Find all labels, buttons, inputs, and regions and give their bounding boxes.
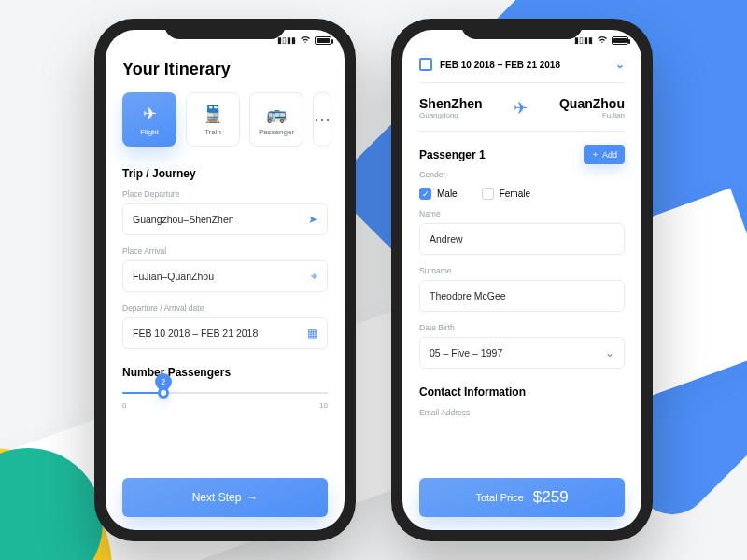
add-label: Add <box>602 150 617 160</box>
page-title: Your Itinerary <box>122 60 328 79</box>
departure-field[interactable]: Guangzhou–ShenZhen ➤ <box>122 203 328 235</box>
date-range-value: FEB 10 2018 – FEB 21 2018 <box>440 60 560 70</box>
locate-icon: ➤ <box>308 213 317 226</box>
slider-thumb[interactable] <box>158 387 169 399</box>
surname-label: Surname <box>419 266 625 275</box>
from-city: ShenZhen Guangdong <box>419 96 483 119</box>
price-value: $259 <box>533 488 569 507</box>
name-label: Name <box>419 209 625 218</box>
tab-flight[interactable]: ✈ Flight <box>122 92 176 147</box>
checkbox-unchecked-icon <box>482 188 494 200</box>
chevron-down-icon: ⌄ <box>605 346 614 359</box>
plus-icon: ＋ <box>591 148 599 161</box>
checkbox-checked-icon: ✓ <box>419 188 431 200</box>
dob-field[interactable]: 05 – Five – 1997 ⌄ <box>419 337 625 369</box>
date-range-selector[interactable]: FEB 10 2018 – FEB 21 2018 ⌄ <box>419 50 625 83</box>
signal-icon: ▮▯▮▮ <box>574 35 593 45</box>
departure-label: Place Departure <box>122 189 328 199</box>
phone-mockup-passenger: ▮▯▮▮ FEB 10 2018 – FEB 21 2018 ⌄ ShenZh <box>391 19 653 541</box>
arrow-right-icon: → <box>247 491 258 504</box>
arrival-label: Place Arrival <box>122 246 328 256</box>
surname-field[interactable]: Theodore McGee <box>419 280 625 312</box>
battery-icon <box>612 36 628 45</box>
to-city: QuanZhou FuJian <box>559 96 625 119</box>
pin-icon: ⌖ <box>311 270 317 283</box>
wifi-icon <box>300 35 311 46</box>
signal-icon: ▮▯▮▮ <box>277 35 296 45</box>
gender-male-option[interactable]: ✓ Male <box>419 188 458 200</box>
add-passenger-button[interactable]: ＋ Add <box>584 145 625 164</box>
tab-label: Passenger <box>259 128 294 136</box>
train-icon: 🚆 <box>203 104 223 124</box>
tab-label: Train <box>204 128 221 136</box>
price-label: Total Price <box>475 492 523 503</box>
plane-icon: ✈ <box>143 104 157 124</box>
name-value: Andrew <box>430 233 463 245</box>
arrival-value: FuJian–QuanZhou <box>133 271 214 282</box>
phone-mockup-itinerary: ▮▯▮▮ Your Itinerary ✈ Flight 🚆 Train <box>94 19 356 541</box>
device-notch <box>164 19 286 39</box>
tab-passenger[interactable]: 🚌 Passenger <box>249 92 303 147</box>
cta-label: Next Step <box>192 491 242 504</box>
battery-icon <box>315 36 331 45</box>
section-passengers: Number Passengers <box>122 366 328 379</box>
generic-icon: ⋯ <box>314 109 331 130</box>
next-step-button[interactable]: Next Step → <box>122 478 328 517</box>
dob-value: 05 – Five – 1997 <box>430 347 502 358</box>
route-summary: ShenZhen Guangdong ✈ QuanZhou FuJian <box>419 83 625 132</box>
dob-label: Date Birth <box>419 323 625 332</box>
calendar-icon <box>419 58 432 71</box>
bus-icon: 🚌 <box>266 104 287 124</box>
section-trip: Trip / Journey <box>122 167 328 180</box>
tab-train[interactable]: 🚆 Train <box>186 92 240 147</box>
device-notch <box>461 19 583 39</box>
calendar-icon: ▦ <box>307 327 317 340</box>
arrival-field[interactable]: FuJian–QuanZhou ⌖ <box>122 260 328 292</box>
slider-min: 0 <box>122 401 126 410</box>
tab-more[interactable]: ⋯ <box>313 92 331 147</box>
name-field[interactable]: Andrew <box>419 223 625 255</box>
surname-value: Theodore McGee <box>430 290 506 301</box>
gender-label: Gender <box>419 170 625 179</box>
gender-female-option[interactable]: Female <box>482 188 530 200</box>
chevron-down-icon: ⌄ <box>615 58 625 71</box>
departure-value: Guangzhou–ShenZhen <box>133 214 234 225</box>
total-price-button[interactable]: Total Price $259 <box>419 478 625 517</box>
date-value: FEB 10 2018 – FEB 21 2018 <box>133 328 258 339</box>
tab-label: Flight <box>140 128 159 136</box>
email-label: Email Address <box>419 408 625 417</box>
slider-max: 10 <box>319 401 328 410</box>
contact-heading: Contact Information <box>419 385 625 399</box>
wifi-icon <box>597 35 608 46</box>
date-label: Departure / Arrival date <box>122 303 328 313</box>
transport-tabs: ✈ Flight 🚆 Train 🚌 Passenger ⋯ <box>122 92 328 147</box>
passenger-slider[interactable]: 2 0 10 <box>122 392 328 410</box>
date-field[interactable]: FEB 10 2018 – FEB 21 2018 ▦ <box>122 317 328 349</box>
plane-icon: ✈ <box>514 98 528 119</box>
passenger-heading: Passenger 1 <box>419 148 486 161</box>
